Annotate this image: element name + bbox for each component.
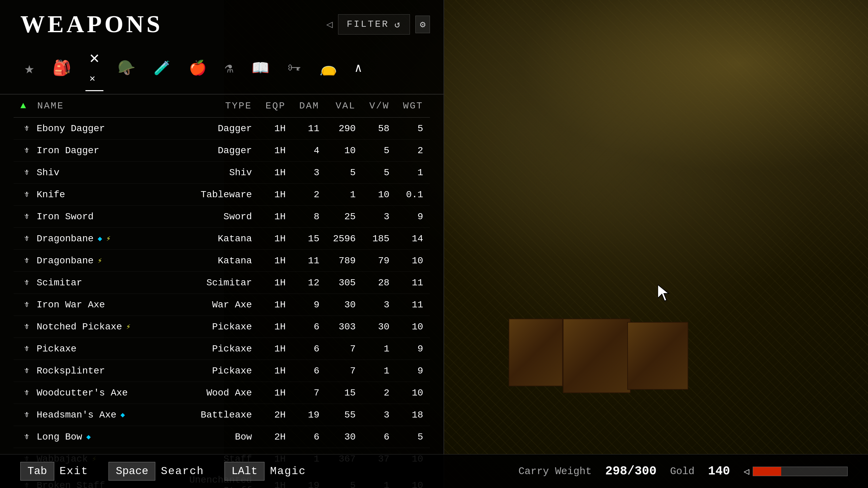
table-row[interactable]: 🗡Headsman's Axe◆Battleaxe2H1955318 (14, 404, 430, 426)
cat-alchemy[interactable]: ⚗ (221, 57, 237, 80)
table-row[interactable]: 🗡Iron DaggerDagger1H41052 (14, 140, 430, 162)
item-icon: 🗡 (20, 409, 33, 421)
item-eqp: 1H (259, 140, 292, 162)
cat-weapons[interactable]: ✕✕ (85, 45, 103, 91)
item-name-cell: 🗡Shiv (14, 162, 182, 184)
item-type: Katana (182, 228, 259, 250)
item-dam: 9 (293, 294, 326, 316)
table-row[interactable]: 🗡RocksplinterPickaxe1H6719 (14, 360, 430, 382)
table-row[interactable]: 🗡Dragonbane◆⚡Katana1H15259618514 (14, 228, 430, 250)
item-val: 303 (326, 316, 362, 338)
item-name-cell: 🗡Headsman's Axe◆ (14, 404, 182, 426)
table-row[interactable]: 🗡KnifeTableware1H21100.1 (14, 184, 430, 206)
item-icon: 🗡 (20, 277, 33, 289)
category-bar: ★ 🎒 ✕✕ 🪖 🧪 🍎 ⚗ 📖 🗝 👝 ∧ (0, 42, 443, 95)
item-type: Scimitar (182, 272, 259, 294)
col-val[interactable]: VAL (326, 95, 362, 118)
item-name-text: Ebony Dagger (37, 123, 105, 134)
table-row[interactable]: 🗡Iron War AxeWar Axe1H930311 (14, 294, 430, 316)
item-name-cell: 🗡Rocksplinter (14, 360, 182, 382)
col-dam[interactable]: DAM (293, 95, 326, 118)
item-name-cell: 🗡Woodcutter's Axe (14, 382, 182, 404)
item-icon: 🗡 (20, 343, 33, 355)
enchant-diamond-icon: ◆ (98, 234, 102, 243)
cat-apparel[interactable]: 🎒 (48, 56, 75, 80)
filter-refresh-icon[interactable]: ↺ (394, 19, 401, 30)
item-val: 290 (326, 118, 362, 140)
item-val: 30 (326, 294, 362, 316)
back-arrow-icon[interactable]: ◁ (326, 18, 333, 31)
item-vw: 3 (362, 294, 396, 316)
col-vw[interactable]: V/W (362, 95, 396, 118)
item-dam: 6 (293, 426, 326, 448)
item-icon: 🗡 (20, 321, 33, 333)
col-eqp[interactable]: EQP (259, 95, 292, 118)
enchant-lightning-icon: ⚡ (98, 256, 102, 265)
col-name[interactable]: ▲ NAME (14, 95, 182, 118)
col-type[interactable]: TYPE (182, 95, 259, 118)
status-bar: Carry Weight 298/300 Gold 140 ◁ (518, 464, 848, 478)
table-row[interactable]: 🗡Iron SwordSword1H82539 (14, 206, 430, 228)
item-icon: 🗡 (20, 144, 33, 157)
item-vw: 6 (362, 426, 396, 448)
sort-arrow-icon[interactable]: ∧ (355, 61, 362, 76)
item-name-text: Dragonbane (37, 256, 94, 266)
gear-button[interactable]: ⚙ (415, 16, 430, 33)
cat-favorites[interactable]: ★ (20, 56, 38, 81)
item-wgt: 11 (396, 272, 430, 294)
table-row[interactable]: 🗡Dragonbane⚡Katana1H117897910 (14, 250, 430, 272)
cat-food[interactable]: 🍎 (185, 57, 211, 80)
weapons-table: ▲ NAME TYPE EQP DAM VAL V/W WGT 🗡Ebony D… (14, 95, 430, 488)
item-eqp: 1H (259, 228, 292, 250)
col-wgt[interactable]: WGT (396, 95, 430, 118)
item-val: 2596 (326, 228, 362, 250)
item-val: 15 (326, 382, 362, 404)
item-type: Sword (182, 206, 259, 228)
enchant-lightning-icon: ⚡ (126, 322, 131, 331)
carry-weight-value: 298/300 (605, 464, 656, 478)
table-row[interactable]: 🗡ShivShiv1H3551 (14, 162, 430, 184)
hotkey-magic-label: Magic (270, 465, 306, 477)
table-row[interactable]: 🗡Woodcutter's AxeWood Axe1H715210 (14, 382, 430, 404)
hotkey-tab: Tab (20, 462, 54, 481)
inventory-panel: WEAPONS ◁ FILTER ↺ ⚙ ★ 🎒 ✕✕ 🪖 🧪 🍎 ⚗ 📖 🗝 … (0, 0, 444, 488)
hotkey-space: Space (108, 462, 155, 481)
table-row[interactable]: 🗡Long Bow◆Bow2H63065 (14, 426, 430, 448)
item-dam: 19 (293, 404, 326, 426)
item-name-cell: 🗡Long Bow◆ (14, 426, 182, 448)
item-eqp: 1H (259, 184, 292, 206)
item-name-cell: 🗡Ebony Dagger (14, 118, 182, 140)
table-row[interactable]: 🗡PickaxePickaxe1H6719 (14, 338, 430, 360)
table-row[interactable]: 🗡ScimitarScimitar1H123052811 (14, 272, 430, 294)
hotkey-search-label: Search (161, 465, 204, 477)
item-icon: 🗡 (20, 232, 33, 245)
table-container[interactable]: ▲ NAME TYPE EQP DAM VAL V/W WGT 🗡Ebony D… (0, 95, 443, 488)
item-vw: 5 (362, 140, 396, 162)
cat-books[interactable]: 📖 (248, 57, 273, 80)
item-val: 10 (326, 140, 362, 162)
cat-misc[interactable]: 👝 (315, 57, 341, 80)
item-name-text: Shiv (37, 167, 59, 178)
item-eqp: 1H (259, 250, 292, 272)
health-arrow-left: ◁ (744, 466, 749, 477)
item-name-cell: 🗡Dragonbane◆⚡ (14, 228, 182, 250)
item-type: Pickaxe (182, 316, 259, 338)
item-icon: 🗡 (20, 210, 33, 223)
cat-armor[interactable]: 🪖 (114, 57, 139, 80)
item-val: 55 (326, 404, 362, 426)
item-name-cell: 🗡Scimitar (14, 272, 182, 294)
cat-potions[interactable]: 🧪 (150, 57, 175, 79)
table-row[interactable]: 🗡Ebony DaggerDagger1H11290585 (14, 118, 430, 140)
item-dam: 12 (293, 272, 326, 294)
item-vw: 10 (362, 184, 396, 206)
table-row[interactable]: 🗡Notched Pickaxe⚡Pickaxe1H63033010 (14, 316, 430, 338)
health-bar-container: ◁ (744, 466, 848, 477)
filter-bar: FILTER ↺ (338, 14, 410, 35)
crate-2 (563, 319, 631, 393)
item-vw: 1 (362, 360, 396, 382)
item-name-text: Iron Sword (37, 211, 94, 222)
cat-keys[interactable]: 🗝 (283, 57, 305, 79)
enchant-diamond-icon: ◆ (120, 410, 125, 420)
item-vw: 58 (362, 118, 396, 140)
item-dam: 6 (293, 360, 326, 382)
